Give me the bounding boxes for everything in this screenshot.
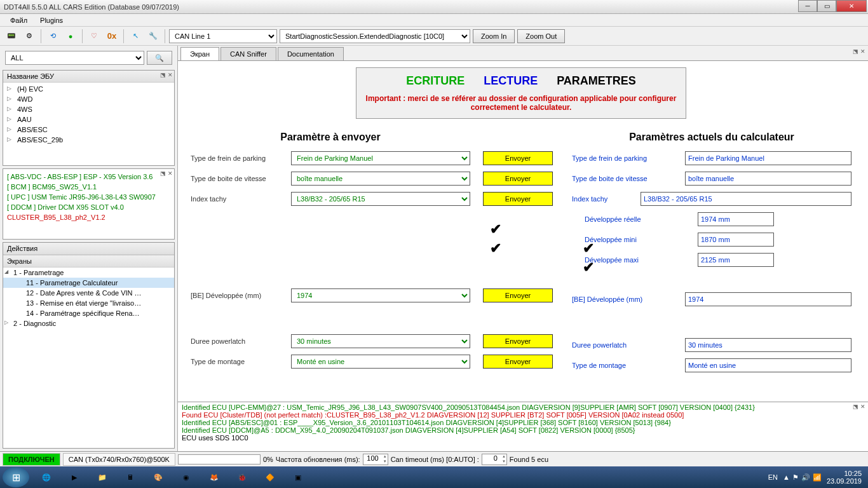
list-item[interactable]: [ UPC ] USM Temic JR95-J96-L38-L43 SW090…	[6, 192, 172, 202]
minimize-button[interactable]: ─	[798, 0, 817, 12]
taskbar-media-icon[interactable]: ▶	[61, 468, 88, 487]
taskbar-app3-icon[interactable]: ▣	[285, 468, 311, 487]
device-icon[interactable]: 📟	[4, 29, 19, 44]
refresh-label: Частота обновления (ms):	[276, 456, 360, 463]
log-panel[interactable]: ⬔ ✕ Identified ECU [UPC-EMM]@27 : USM_Te…	[178, 402, 868, 451]
scroll-area[interactable]: ECRITURE LECTURE PARAMETRES Important : …	[178, 61, 868, 402]
connect-icon[interactable]: ●	[63, 29, 78, 44]
select-montage[interactable]: Monté en usine	[291, 355, 470, 369]
label-tachy-actual: Index tachy	[572, 195, 635, 203]
tool-icon[interactable]: 🔧	[146, 29, 161, 44]
clock[interactable]: 10:25 23.09.2019	[827, 470, 862, 485]
hex-icon[interactable]: 0x	[104, 29, 119, 44]
panel-pin-icon[interactable]: ⬔ ✕	[853, 48, 865, 55]
ecu-icon[interactable]: ⚙	[22, 29, 37, 44]
close-button[interactable]: ✕	[836, 0, 867, 12]
log-line: ECU uses SDS 10C0	[182, 434, 864, 442]
label-be-dev-actual: [BE] Développée (mm)	[572, 295, 680, 303]
tree-leaf[interactable]: 11 - Parametrage Calculateur	[3, 278, 174, 288]
taskbar-app2-icon[interactable]: 🔶	[257, 468, 283, 487]
panel-pin-icon[interactable]: ⬔ ✕	[853, 403, 865, 410]
tray-network-icon[interactable]: 📶	[813, 473, 822, 482]
value-parking-actual: Frein de Parking Manuel	[685, 151, 851, 165]
menu-file[interactable]: Файл	[4, 15, 34, 25]
timeout-spinner[interactable]: 0	[482, 454, 507, 465]
link-ecriture[interactable]: ECRITURE	[406, 74, 465, 88]
refresh-icon[interactable]: ⟲	[45, 29, 60, 44]
send-button[interactable]: Envoyer	[483, 334, 553, 348]
tree-leaf[interactable]: 14 - Paramétrage spécifique Rena…	[3, 308, 174, 318]
left-panel: ALL 🔍 ⬔ ✕ Название ЭБУ (H) EVC 4WD 4WS A…	[0, 46, 178, 451]
select-gearbox[interactable]: boîte manuelle	[291, 172, 470, 186]
filter-combo[interactable]: ALL	[5, 51, 144, 65]
tray-up-icon[interactable]: ▲	[783, 473, 790, 482]
params-send-title: Paramètre à envoyer	[191, 132, 470, 143]
value-dev-maxi: 2125 mm	[698, 253, 774, 267]
tray-volume-icon[interactable]: 🔊	[801, 473, 810, 482]
list-item[interactable]: CLUSTER_B95_L38_ph2_V1.2	[6, 212, 172, 222]
tree-item[interactable]: 4WS	[4, 104, 173, 114]
zoom-in-button[interactable]: Zoom In	[473, 29, 515, 43]
taskbar-firefox-icon[interactable]: 🦊	[201, 468, 227, 487]
connection-combo[interactable]: CAN Line 1	[169, 29, 277, 43]
value-powerlatch-actual: 30 minutes	[685, 338, 851, 352]
menu-plugins[interactable]: Plugins	[34, 15, 69, 25]
toolbar: 📟 ⚙ ⟲ ● ♡ 0x ↖ 🔧 CAN Line 1 StartDiagnos…	[0, 27, 868, 46]
heartbeat-icon[interactable]: ♡	[86, 29, 102, 44]
link-lecture[interactable]: LECTURE	[484, 74, 538, 88]
taskbar-chrome-icon[interactable]: ◉	[173, 468, 200, 487]
tab-docs[interactable]: Documentation	[278, 47, 344, 60]
start-button[interactable]: ⊞	[3, 467, 29, 487]
maximize-button[interactable]: ▭	[817, 0, 836, 12]
label-be-dev: [BE] Développée (mm)	[191, 292, 286, 299]
tab-screen[interactable]: Экран	[180, 47, 219, 60]
panel-pin-icon[interactable]: ⬔ ✕	[160, 72, 173, 78]
zoom-out-button[interactable]: Zoom Out	[517, 29, 565, 43]
tree-item[interactable]: 4WD	[4, 94, 173, 104]
list-item[interactable]: [ BCM ] BCM95_SW25_V1.1	[6, 182, 172, 192]
list-item[interactable]: [ ABS-VDC - ABS-ESP ] ESP - X95 Version …	[6, 172, 172, 182]
tab-sniffer[interactable]: CAN Sniffer	[220, 47, 276, 60]
tree-item[interactable]: ABS/ESC_29b	[4, 135, 173, 145]
taskbar-paint-icon[interactable]: 🎨	[145, 468, 172, 487]
list-item[interactable]: [ DDCM ] Driver DCM X95 SLOT v4.0	[6, 202, 172, 212]
send-button[interactable]: Envoyer	[483, 151, 553, 165]
tree-item[interactable]: ABS/ESC	[4, 125, 173, 135]
session-combo[interactable]: StartDiagnosticSession.ExtendedDiagnosti…	[280, 29, 470, 43]
tree-node[interactable]: 2 - Diagnostic	[3, 318, 174, 329]
taskbar-calc-icon[interactable]: 🖩	[117, 468, 144, 487]
send-button[interactable]: Envoyer	[483, 172, 553, 186]
label-tachy: Index tachy	[191, 195, 286, 203]
tree-node[interactable]: 1 - Parametrage	[3, 268, 174, 278]
select-powerlatch[interactable]: 30 minutes	[291, 334, 470, 348]
refresh-spinner[interactable]: 100	[363, 454, 388, 465]
taskbar-ie-icon[interactable]: 🌐	[33, 468, 60, 487]
select-be-dev[interactable]: 1974	[291, 288, 470, 302]
tree-item[interactable]: (H) EVC	[4, 84, 173, 94]
tree-leaf[interactable]: 12 - Date Apres vente & Code VIN …	[3, 288, 174, 298]
label-dev-reelle: Développée réelle	[572, 215, 693, 223]
select-tachy[interactable]: L38/B32 - 205/65 R15	[291, 192, 470, 206]
screens-header: Экраны	[3, 255, 174, 268]
check-icon: ✔	[489, 240, 502, 257]
send-button[interactable]: Envoyer	[483, 355, 553, 369]
timeout-label: Can timeout (ms) [0:AUTO] :	[391, 456, 479, 463]
send-button[interactable]: Envoyer	[483, 192, 553, 206]
ecu-type-tree[interactable]: (H) EVC 4WD 4WS AAU ABS/ESC ABS/ESC_29b	[3, 83, 174, 165]
search-button[interactable]: 🔍	[147, 51, 172, 65]
label-montage-actual: Type de montage	[572, 362, 680, 369]
tree-item[interactable]: AAU	[4, 114, 173, 125]
value-montage-actual: Monté en usine	[685, 358, 851, 372]
screens-tree[interactable]: 1 - Parametrage 11 - Parametrage Calcula…	[3, 268, 174, 448]
cursor-icon[interactable]: ↖	[128, 29, 143, 44]
check-icon: ✔	[582, 240, 595, 257]
taskbar-explorer-icon[interactable]: 📁	[89, 468, 116, 487]
panel-pin-icon[interactable]: ⬔ ✕	[160, 170, 173, 177]
link-parametres[interactable]: PARAMETRES	[557, 74, 636, 88]
send-button[interactable]: Envoyer	[483, 288, 553, 302]
tree-leaf[interactable]: 13 - Remise en état vierge "livraiso…	[3, 298, 174, 308]
select-parking[interactable]: Frein de Parking Manuel	[291, 151, 470, 165]
taskbar-app1-icon[interactable]: 🐞	[229, 468, 255, 487]
tray-flag-icon[interactable]: ⚑	[792, 473, 799, 482]
tray-lang[interactable]: EN	[768, 473, 778, 481]
